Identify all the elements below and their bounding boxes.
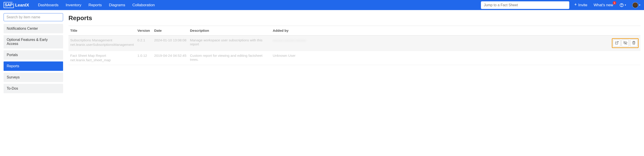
cell-date: 2024-01-10 13:08:08 [152, 35, 188, 51]
cell-description: Manage workspace user subscriptions with… [188, 35, 271, 51]
svg-point-1 [622, 6, 622, 6]
help-button[interactable]: ▾ [620, 3, 626, 7]
nav-reports[interactable]: Reports [88, 3, 102, 7]
row-actions-highlight [612, 38, 639, 48]
whats-new-badge: 1 [613, 1, 616, 5]
jump-to-factsheet-input[interactable] [481, 1, 569, 9]
sidebar-item-reports[interactable]: Reports [4, 61, 63, 71]
invite-label: Invite [578, 3, 588, 7]
brand-sap-logo: SAP [4, 2, 14, 8]
hide-button[interactable] [622, 39, 629, 47]
cell-version: 0.2.1 [136, 35, 152, 51]
nav-links: Dashboards Inventory Reports Diagrams Co… [38, 3, 155, 7]
eye-off-icon [624, 41, 627, 46]
user-menu[interactable]: ▾ [632, 2, 640, 8]
sidebar-item-to-dos[interactable]: To-Dos [4, 84, 63, 93]
cell-date: 2019-04-24 04:52:45 [152, 51, 188, 65]
cell-title: Fact Sheet Map Reportnet.leanix.fact_she… [68, 51, 136, 65]
chevron-down-icon: ▾ [639, 3, 640, 6]
th-version: Version [136, 26, 152, 35]
cell-added-by: ——— ——— ——— [271, 35, 610, 51]
nav-diagrams[interactable]: Diagrams [109, 3, 125, 7]
th-date: Date [152, 26, 188, 35]
brand-app-name: LeanIX [15, 3, 29, 7]
cell-version: 1.0.12 [136, 51, 152, 65]
main-content: Reports Title Version Date Description A… [68, 13, 640, 95]
sidebar-item-notifications-center[interactable]: Notifications Center [4, 24, 63, 33]
plus-icon [574, 3, 577, 7]
cell-description: Custom report for viewing and editing fa… [188, 51, 271, 65]
page-title: Reports [68, 14, 640, 22]
open-external-button[interactable] [613, 39, 620, 47]
nav-collaboration[interactable]: Collaboration [132, 3, 155, 7]
chevron-down-icon: ▾ [625, 3, 626, 6]
nav-inventory[interactable]: Inventory [66, 3, 82, 7]
reports-table: Title Version Date Description Added by … [68, 26, 640, 65]
whats-new-label: What's new [594, 3, 613, 7]
th-added-by: Added by [271, 26, 610, 35]
sidebar-item-surveys[interactable]: Surveys [4, 73, 63, 82]
sidebar-search-input[interactable] [4, 13, 63, 21]
cell-actions [610, 35, 640, 51]
cell-added-by: Unknown User [271, 51, 610, 65]
top-navbar: SAP LeanIX Dashboards Inventory Reports … [0, 0, 644, 10]
trash-icon [632, 41, 636, 46]
nav-dashboards[interactable]: Dashboards [38, 3, 58, 7]
th-title: Title [68, 26, 136, 35]
table-row[interactable]: Subscriptions Managementnet.leanix.userS… [68, 35, 640, 51]
avatar [632, 2, 638, 8]
cell-actions [610, 51, 640, 65]
brand: SAP LeanIX [4, 2, 29, 8]
external-link-icon [615, 41, 619, 46]
nav-right: Invite What's new 1 ▾ ▾ [574, 2, 640, 8]
sidebar: Notifications CenterOptional Features & … [4, 13, 63, 95]
th-description: Description [188, 26, 271, 35]
whats-new-button[interactable]: What's new 1 [594, 3, 613, 7]
invite-button[interactable]: Invite [574, 3, 588, 7]
cell-title: Subscriptions Managementnet.leanix.userS… [68, 35, 136, 51]
sidebar-item-optional-features-early-access[interactable]: Optional Features & Early Access [4, 35, 63, 48]
delete-button[interactable] [630, 39, 637, 47]
sidebar-item-portals[interactable]: Portals [4, 50, 63, 60]
table-row[interactable]: Fact Sheet Map Reportnet.leanix.fact_she… [68, 51, 640, 65]
